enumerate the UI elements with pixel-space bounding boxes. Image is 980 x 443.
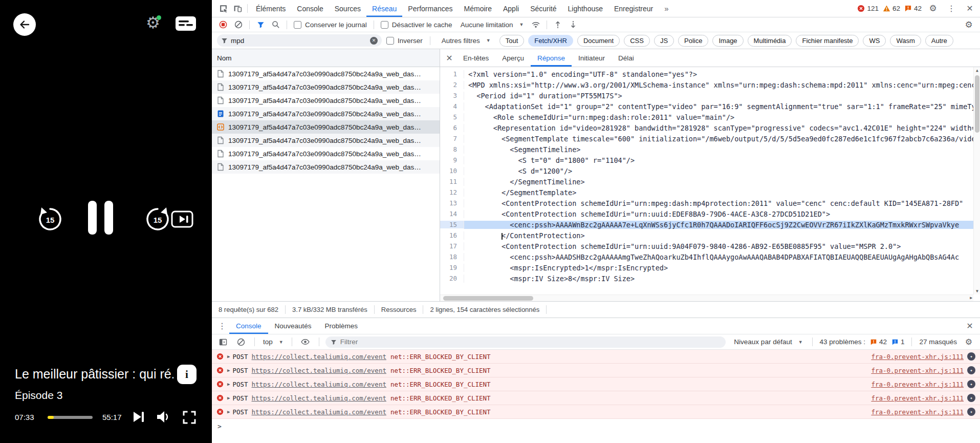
response-viewer[interactable]: 1 <?xml version="1.0" encoding="UTF-8" s… — [440, 67, 980, 301]
info-icon[interactable]: i — [177, 365, 197, 384]
source-location-link[interactable]: fra-0.prevent-xhr.js:111 — [871, 381, 964, 388]
filter-chip[interactable]: JS — [654, 35, 674, 47]
console-error-row[interactable]: ▶ POST https://collect.tealiumiq.com/eve… — [212, 391, 980, 405]
console-sidebar-icon[interactable] — [216, 335, 230, 349]
search-icon[interactable] — [269, 18, 283, 31]
problems-info-badge[interactable]: 1 — [891, 338, 905, 346]
main-tab[interactable]: Enregistreur — [608, 0, 659, 17]
next-episode-icon[interactable] — [130, 409, 146, 425]
console-error-row[interactable]: ▶ POST https://collect.tealiumiq.com/eve… — [212, 377, 980, 391]
filter-toggle-icon[interactable] — [253, 18, 268, 31]
log-levels-select[interactable]: Niveaux par défaut ▼ — [732, 338, 804, 346]
preserve-log-checkbox[interactable] — [294, 21, 301, 29]
settings-gear-icon[interactable]: ⚙ — [143, 13, 163, 33]
request-row[interactable]: 13097179_af5a4d47a7c03e0990adc8750bc24a9… — [212, 107, 440, 120]
vertical-scroll-thumb[interactable] — [975, 75, 979, 133]
record-network-log-icon[interactable] — [216, 18, 230, 31]
console-settings-gear-icon[interactable]: ⚙ — [962, 335, 976, 349]
expand-triangle-icon[interactable]: ▶ — [227, 354, 230, 359]
scroll-down-arrow[interactable]: ▼ — [974, 289, 980, 293]
fullscreen-icon[interactable] — [183, 411, 196, 424]
filter-chip[interactable]: Fichier manifeste — [796, 35, 859, 47]
main-tab[interactable]: Lighthouse — [562, 0, 608, 17]
filter-chip[interactable]: Image — [712, 35, 743, 47]
filter-chip[interactable]: WS — [863, 35, 886, 47]
horizontal-scroll-thumb[interactable] — [443, 296, 533, 301]
filter-chip[interactable]: CSS — [624, 35, 650, 47]
vertical-scrollbar[interactable]: ▲ ▼ — [973, 67, 980, 294]
network-settings-gear-icon[interactable]: ⚙ — [962, 18, 976, 31]
source-location-link[interactable]: fra-0.prevent-xhr.js:111 — [871, 408, 964, 416]
request-url-link[interactable]: https://collect.tealiumiq.com/event — [252, 408, 386, 416]
request-row[interactable]: 13097179_af5a4d47a7c03e0990adc8750bc24a9… — [212, 134, 440, 147]
detail-tab[interactable]: Initiateur — [572, 49, 612, 67]
request-row[interactable]: 13097179_af5a4d47a7c03e0990adc8750bc24a9… — [212, 67, 440, 80]
explain-error-icon[interactable]: ✦ — [967, 366, 975, 374]
skip-forward-15-button[interactable]: 15 — [144, 205, 171, 234]
context-select[interactable]: top ▼ — [261, 338, 286, 346]
request-row[interactable]: 13097179_af5a4d47a7c03e0990adc8750bc24a9… — [212, 80, 440, 94]
kebab-menu-icon[interactable]: ⋮ — [944, 2, 959, 15]
request-url-link[interactable]: https://collect.tealiumiq.com/event — [252, 394, 386, 402]
error-count-badge[interactable]: 121 — [857, 5, 879, 12]
filter-chip[interactable]: Tout — [499, 35, 525, 47]
live-expression-eye-icon[interactable] — [298, 335, 313, 349]
filter-chip[interactable]: Fetch/XHR — [528, 35, 573, 47]
pip-play-icon[interactable] — [171, 210, 193, 228]
pause-button[interactable] — [88, 201, 120, 235]
more-tabs-chevron[interactable]: » — [659, 0, 674, 17]
import-har-icon[interactable] — [551, 18, 565, 31]
filter-chip[interactable]: Autre — [925, 35, 953, 47]
console-prompt[interactable]: > — [212, 419, 980, 434]
close-drawer-icon[interactable]: ✕ — [963, 320, 977, 333]
detail-tab[interactable]: En-têtes — [456, 49, 495, 67]
filter-chip[interactable]: Police — [678, 35, 708, 47]
close-details-icon[interactable]: ✕ — [442, 51, 456, 65]
main-tab[interactable]: Réseau — [366, 0, 402, 17]
detail-tab[interactable]: Délai — [612, 49, 641, 67]
expand-triangle-icon[interactable]: ▶ — [227, 409, 230, 414]
request-url-link[interactable]: https://collect.tealiumiq.com/event — [252, 353, 386, 361]
clear-console-icon[interactable] — [234, 335, 248, 349]
drawer-tab[interactable]: Console — [229, 318, 268, 334]
main-tab[interactable]: Sources — [329, 0, 366, 17]
request-url-link[interactable]: https://collect.tealiumiq.com/event — [252, 367, 386, 374]
detail-tab[interactable]: Réponse — [531, 49, 572, 67]
expand-triangle-icon[interactable]: ▶ — [227, 368, 230, 373]
request-row[interactable]: 13097179_af5a4d47a7c03e0990adc8750bc24a9… — [212, 147, 440, 160]
horizontal-scrollbar[interactable]: ▶ — [440, 294, 973, 301]
back-button[interactable] — [13, 13, 36, 36]
drawer-kebab-menu-icon[interactable]: ⋮ — [215, 320, 229, 333]
request-url-link[interactable]: https://collect.tealiumiq.com/event — [252, 381, 386, 388]
subtitles-icon[interactable] — [175, 16, 197, 31]
expand-triangle-icon[interactable]: ▶ — [227, 382, 230, 387]
detail-tab[interactable]: Aperçu — [495, 49, 531, 67]
explain-error-icon[interactable]: ✦ — [967, 394, 975, 402]
clear-network-log-icon[interactable] — [231, 18, 246, 31]
filter-chip[interactable]: Multimédia — [748, 35, 792, 47]
skip-back-15-button[interactable]: 15 — [37, 205, 63, 234]
console-error-row[interactable]: ▶ POST https://collect.tealiumiq.com/eve… — [212, 405, 980, 419]
warning-count-badge[interactable]: 62 — [883, 5, 900, 12]
console-error-row[interactable]: ▶ POST https://collect.tealiumiq.com/eve… — [212, 350, 980, 364]
explain-error-icon[interactable]: ✦ — [967, 408, 975, 416]
filter-chip[interactable]: Wasm — [890, 35, 921, 47]
console-filter-input[interactable] — [340, 338, 721, 346]
settings-gear-icon[interactable]: ⚙ — [926, 2, 940, 15]
network-conditions-icon[interactable] — [529, 18, 543, 31]
console-error-row[interactable]: ▶ POST https://collect.tealiumiq.com/eve… — [212, 364, 980, 377]
explain-error-icon[interactable]: ✦ — [967, 380, 975, 388]
issues-count-badge[interactable]: 42 — [904, 5, 922, 12]
request-row[interactable]: 13097179_af5a4d47a7c03e0990adc8750bc24a9… — [212, 160, 440, 174]
source-location-link[interactable]: fra-0.prevent-xhr.js:111 — [871, 353, 964, 361]
device-toolbar-icon[interactable] — [230, 2, 245, 15]
main-tab[interactable]: Console — [291, 0, 329, 17]
scroll-right-arrow[interactable]: ▶ — [970, 296, 972, 300]
source-location-link[interactable]: fra-0.prevent-xhr.js:111 — [871, 394, 964, 402]
drawer-tab[interactable]: Nouveautés — [268, 318, 318, 334]
request-row[interactable]: 13097179_af5a4d47a7c03e0990adc8750bc24a9… — [212, 120, 440, 134]
progress-bar[interactable] — [48, 416, 93, 419]
explain-error-icon[interactable]: ✦ — [967, 352, 975, 361]
export-har-icon[interactable] — [566, 18, 580, 31]
expand-triangle-icon[interactable]: ▶ — [227, 395, 230, 400]
